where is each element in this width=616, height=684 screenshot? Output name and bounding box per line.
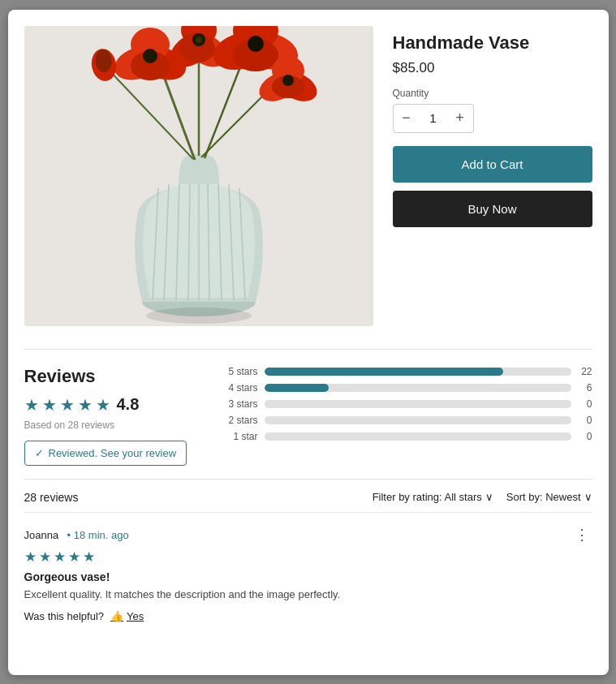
reviews-count: 28 reviews: [24, 491, 79, 504]
star-half-icon: ★: [96, 395, 110, 415]
bar-fill: [265, 368, 504, 376]
reviews-meta-row: 28 reviews Filter by rating: All stars ∨…: [24, 479, 592, 512]
quantity-value: 1: [420, 111, 447, 125]
bar-track: [265, 432, 571, 441]
filter-label: Filter by rating: All stars: [373, 491, 482, 503]
bar-track: [265, 416, 571, 424]
buy-now-button[interactable]: Buy Now: [393, 191, 592, 227]
product-card: Handmade Vase $85.00 Quantity − 1 + Add …: [8, 10, 609, 675]
bar-label: 1 star: [222, 431, 258, 442]
reviewer-name: Joanna: [24, 529, 59, 541]
filter-chevron-icon: ∨: [485, 491, 493, 503]
review-options-button[interactable]: ⋮: [571, 526, 592, 544]
product-details: Handmade Vase $85.00 Quantity − 1 + Add …: [393, 26, 592, 326]
bar-count: 0: [578, 415, 592, 426]
product-image: [24, 26, 373, 326]
svg-point-36: [282, 75, 294, 86]
review-star-4-icon: ★: [68, 548, 80, 566]
helpful-yes-button[interactable]: 👍 Yes: [110, 610, 144, 622]
review-body: Excellent quality. It matches the descri…: [24, 587, 592, 603]
review-top: Joanna • 18 min. ago ⋮: [24, 526, 592, 544]
reviewed-badge[interactable]: ✓ Reviewed. See your review: [24, 441, 187, 466]
bar-track: [265, 384, 571, 392]
thumbs-up-icon: 👍: [110, 610, 123, 622]
quantity-increase-button[interactable]: +: [447, 105, 473, 132]
review-stars: ★ ★ ★ ★ ★: [24, 548, 592, 566]
bar-count: 6: [578, 382, 592, 394]
svg-point-26: [143, 49, 157, 63]
reviews-title: Reviews: [24, 366, 203, 387]
checkmark-icon: ✓: [35, 447, 44, 459]
add-to-cart-button[interactable]: Add to Cart: [393, 146, 592, 183]
svg-point-39: [146, 308, 252, 324]
quantity-control: − 1 +: [393, 104, 474, 133]
bar-label: 5 stars: [222, 366, 258, 377]
overall-rating: 4.8: [117, 395, 140, 414]
sort-label: Sort by: Newest: [506, 491, 581, 503]
bar-track: [265, 368, 571, 376]
reviews-header: Reviews ★ ★ ★ ★ ★ 4.8 Based on 28 review…: [24, 366, 592, 466]
reviews-controls: Filter by rating: All stars ∨ Sort by: N…: [373, 491, 592, 503]
star-1-icon: ★: [24, 395, 39, 415]
review-time: • 18 min. ago: [67, 529, 129, 541]
bar-row: 3 stars0: [222, 398, 592, 410]
bar-fill: [265, 384, 329, 392]
review-star-1-icon: ★: [24, 548, 37, 566]
quantity-label: Quantity: [393, 88, 592, 99]
bar-row: 2 stars0: [222, 415, 592, 426]
bar-row: 5 stars22: [222, 366, 592, 377]
bar-track: [265, 400, 571, 408]
sort-button[interactable]: Sort by: Newest ∨: [506, 491, 592, 503]
based-on-label: Based on 28 reviews: [24, 419, 203, 431]
review-title: Gorgeous vase!: [24, 570, 592, 583]
bar-label: 4 stars: [222, 382, 258, 394]
bar-count: 0: [578, 398, 592, 410]
helpful-row: Was this helpful? 👍 Yes: [24, 610, 592, 622]
star-2-icon: ★: [42, 395, 57, 415]
bar-label: 3 stars: [222, 398, 258, 410]
review-item: Joanna • 18 min. ago ⋮ ★ ★ ★ ★ ★ Gorgeou…: [24, 512, 592, 636]
reviews-section: Reviews ★ ★ ★ ★ ★ 4.8 Based on 28 review…: [24, 349, 592, 636]
star-4-icon: ★: [78, 395, 93, 415]
bar-count: 0: [578, 431, 592, 442]
review-star-2-icon: ★: [39, 548, 51, 566]
bar-row: 4 stars6: [222, 382, 592, 394]
reviews-list: Joanna • 18 min. ago ⋮ ★ ★ ★ ★ ★ Gorgeou…: [24, 512, 592, 636]
reviews-bars: 5 stars224 stars63 stars02 stars01 star0: [203, 366, 592, 466]
review-star-3-icon: ★: [54, 548, 66, 566]
top-section: Handmade Vase $85.00 Quantity − 1 + Add …: [24, 26, 592, 326]
helpful-yes-label: Yes: [127, 610, 144, 622]
quantity-decrease-button[interactable]: −: [394, 105, 420, 132]
overall-stars-row: ★ ★ ★ ★ ★ 4.8: [24, 395, 203, 415]
review-star-5-icon: ★: [83, 548, 95, 566]
svg-point-21: [196, 37, 202, 43]
bar-count: 22: [578, 366, 592, 377]
helpful-label: Was this helpful?: [24, 610, 105, 622]
bar-row: 1 star0: [222, 431, 592, 442]
sort-chevron-icon: ∨: [584, 491, 592, 503]
bar-label: 2 stars: [222, 415, 258, 426]
filter-button[interactable]: Filter by rating: All stars ∨: [373, 491, 493, 503]
svg-point-31: [248, 36, 264, 52]
reviews-left: Reviews ★ ★ ★ ★ ★ 4.8 Based on 28 review…: [24, 366, 203, 466]
product-price: $85.00: [393, 60, 592, 76]
reviewer-info: Joanna • 18 min. ago: [24, 527, 129, 542]
product-title: Handmade Vase: [393, 32, 592, 54]
reviewed-badge-label: Reviewed. See your review: [49, 447, 177, 459]
star-3-icon: ★: [60, 395, 75, 415]
